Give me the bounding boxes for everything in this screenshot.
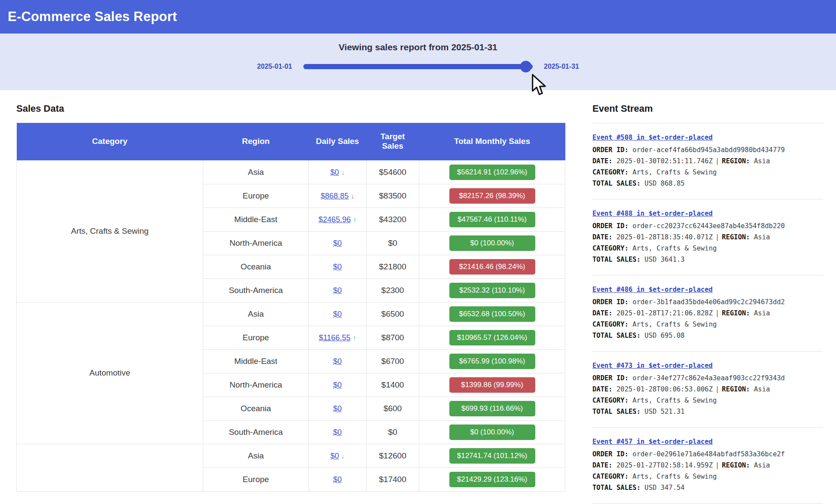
target-sales-cell: $83500 — [366, 184, 419, 208]
table-row: AutomotiveAsia$0$6500$6532.68 (100.50%) — [17, 302, 565, 326]
category-cell: Automotive — [17, 302, 203, 444]
event-title-link[interactable]: Event #486 in $et-order-placed — [592, 284, 823, 295]
region-cell: Oceania — [203, 255, 309, 278]
daily-sales-link[interactable]: $868.85 — [320, 192, 348, 200]
monthly-sales-badge: $10965.57 (126.04%) — [449, 330, 535, 345]
slider-title: Viewing sales report from 2025-01-31 — [0, 34, 836, 52]
daily-sales-link[interactable]: $0 — [333, 263, 342, 271]
daily-sales-link[interactable]: $0 — [333, 310, 342, 318]
slider-max-label: 2025-01-31 — [544, 63, 579, 70]
daily-sales-link[interactable]: $0 — [333, 475, 342, 484]
monthly-sales-badge: $12741.74 (101.12%) — [449, 448, 535, 464]
event-total-sales-line: TOTAL SALES: USD 347.54 — [592, 482, 823, 493]
event-item: Event #488 in $et-order-placedORDER ID: … — [592, 199, 823, 275]
daily-sales-cell: $0 — [309, 397, 366, 420]
event-date-region-line: DATE: 2025-01-27T02:58:14.959Z|REGION: A… — [592, 460, 823, 471]
total-monthly-sales-cell: $21416.46 (98.24%) — [419, 255, 565, 278]
target-sales-cell: $2300 — [366, 278, 419, 302]
date-slider-thumb[interactable] — [520, 61, 531, 73]
region-cell: Europe — [203, 326, 309, 349]
total-monthly-sales-cell: $10965.57 (126.04%) — [419, 326, 565, 349]
target-sales-cell: $43200 — [366, 208, 419, 231]
monthly-sales-badge: $21416.46 (98.24%) — [449, 259, 535, 275]
total-monthly-sales-cell: $0 (100.00%) — [419, 231, 565, 255]
region-cell: Europe — [203, 467, 309, 491]
event-date-region-line: DATE: 2025-01-28T17:21:06.828Z|REGION: A… — [592, 308, 823, 319]
event-title-link[interactable]: Event #488 in $et-order-placed — [592, 208, 823, 219]
monthly-sales-badge: $82157.26 (98.39%) — [449, 188, 535, 204]
target-sales-cell: $54600 — [366, 160, 419, 184]
daily-sales-cell: $0 — [309, 231, 366, 255]
sales-table: Category Region Daily Sales Target Sales… — [16, 123, 565, 492]
slider-row: 2025-01-01 2025-01-31 — [0, 63, 836, 70]
total-monthly-sales-cell: $6765.99 (100.98%) — [419, 349, 565, 373]
daily-sales-link[interactable]: $0 — [333, 286, 342, 295]
event-title-link[interactable]: Event #508 in $et-order-placed — [592, 132, 823, 143]
target-sales-cell: $8700 — [366, 326, 419, 349]
region-cell: Asia — [203, 302, 309, 326]
event-item: Event #457 in $et-order-placedORDER ID: … — [592, 428, 823, 504]
region-cell: South-America — [203, 420, 309, 444]
target-sales-cell: $1400 — [366, 373, 419, 397]
total-monthly-sales-cell: $82157.26 (98.39%) — [419, 184, 565, 208]
page-title: E-Commerce Sales Report — [8, 9, 177, 24]
category-cell: Arts, Crafts & Sewing — [17, 160, 203, 302]
column-header-category: Category — [17, 123, 203, 160]
table-row: Asia$0↓$12600$12741.74 (101.12%) — [17, 444, 565, 467]
event-title-link[interactable]: Event #457 in $et-order-placed — [592, 436, 823, 447]
daily-sales-link[interactable]: $0 — [333, 404, 342, 413]
column-header-total-monthly-sales: Total Monthly Sales — [419, 123, 565, 160]
total-monthly-sales-cell: $2532.32 (110.10%) — [419, 278, 565, 302]
monthly-sales-badge: $6765.99 (100.98%) — [449, 354, 535, 369]
daily-sales-link[interactable]: $0 — [333, 381, 342, 389]
region-cell: North-America — [203, 231, 309, 255]
target-sales-cell: $17400 — [366, 467, 419, 491]
event-order-id-line: ORDER ID: order-cc20237cc62443ee87ab4e35… — [592, 220, 823, 232]
event-total-sales-line: TOTAL SALES: USD 868.85 — [592, 178, 823, 189]
monthly-sales-badge: $56214.91 (102.96%) — [449, 165, 535, 180]
event-total-sales-line: TOTAL SALES: USD 521.31 — [592, 406, 823, 417]
column-header-target-sales: Target Sales — [366, 123, 419, 160]
event-category-line: CATEGORY: Arts, Crafts & Sewing — [592, 395, 823, 406]
daily-sales-link[interactable]: $1166.55 — [319, 333, 351, 342]
target-sales-cell: $600 — [366, 397, 419, 420]
trend-up-icon: ↑ — [353, 216, 357, 224]
daily-sales-link[interactable]: $0 — [330, 168, 339, 177]
region-cell: Middle-East — [203, 349, 309, 373]
daily-sales-cell: $2465.96↑ — [309, 208, 366, 231]
region-cell: Asia — [203, 444, 309, 467]
event-stream-heading: Event Stream — [592, 103, 823, 114]
event-order-id-line: ORDER ID: order-34ef277c862e4a3eaaf903cc… — [592, 373, 823, 384]
daily-sales-link[interactable]: $0 — [333, 239, 342, 247]
daily-sales-cell: $0↓ — [309, 160, 366, 184]
daily-sales-cell: $0 — [309, 255, 366, 278]
monthly-sales-badge: $2532.32 (110.10%) — [449, 283, 535, 298]
date-slider-section: Viewing sales report from 2025-01-31 202… — [0, 34, 836, 90]
event-title-link[interactable]: Event #473 in $et-order-placed — [592, 360, 823, 371]
target-sales-cell: $12600 — [366, 444, 419, 467]
trend-down-icon: ↓ — [351, 192, 354, 200]
event-category-line: CATEGORY: Arts, Crafts & Sewing — [592, 471, 823, 482]
daily-sales-link[interactable]: $0 — [333, 357, 342, 366]
event-category-line: CATEGORY: Arts, Crafts & Sewing — [592, 243, 823, 254]
monthly-sales-badge: $6532.68 (100.50%) — [449, 306, 535, 322]
trend-down-icon: ↓ — [341, 169, 345, 177]
date-slider-track[interactable] — [303, 64, 533, 69]
trend-down-icon: ↓ — [341, 452, 345, 460]
daily-sales-link[interactable]: $0 — [330, 452, 339, 460]
event-order-id-line: ORDER ID: order-acef4fa66bd945a3abdd9980… — [592, 144, 823, 156]
monthly-sales-badge: $1399.86 (99.99%) — [449, 377, 535, 393]
event-stream-section: Event Stream Event #508 in $et-order-pla… — [565, 90, 836, 504]
region-cell: North-America — [203, 373, 309, 397]
region-cell: South-America — [203, 278, 309, 302]
event-item: Event #473 in $et-order-placedORDER ID: … — [592, 351, 823, 428]
event-list: Event #508 in $et-order-placedORDER ID: … — [592, 123, 823, 504]
region-cell: Middle-East — [203, 208, 309, 231]
trend-up-icon: ↑ — [353, 334, 356, 342]
event-total-sales-line: TOTAL SALES: USD 3641.3 — [592, 254, 823, 265]
daily-sales-link[interactable]: $2465.96 — [318, 215, 351, 224]
total-monthly-sales-cell: $56214.91 (102.96%) — [419, 160, 565, 184]
daily-sales-cell: $0 — [309, 373, 366, 397]
daily-sales-link[interactable]: $0 — [333, 428, 342, 437]
table-header-row: Category Region Daily Sales Target Sales… — [17, 123, 565, 160]
